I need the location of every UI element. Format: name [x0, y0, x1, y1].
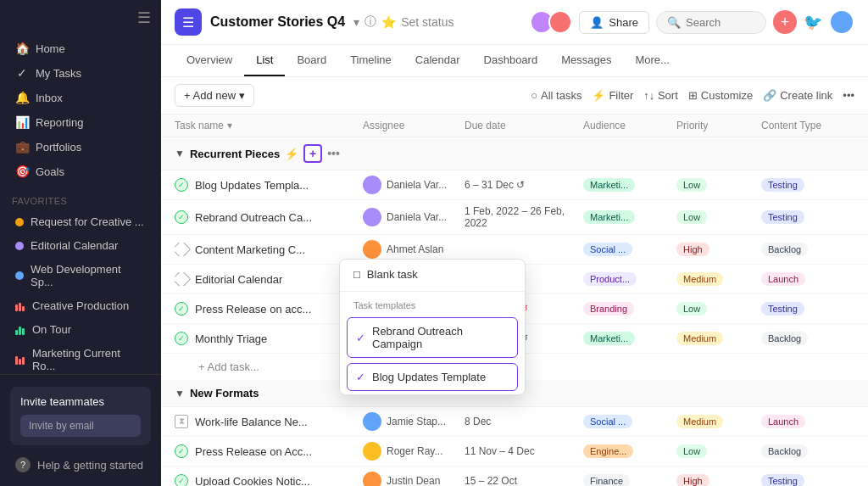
star-icon[interactable]: ⭐	[381, 15, 396, 29]
sidebar: ☰ 🏠 Home ✓ My Tasks 🔔 Inbox 📊 Reporting …	[0, 0, 161, 486]
search-input[interactable]	[686, 16, 754, 29]
invite-box: Invite teammates Invite by email	[10, 387, 151, 445]
check-icon: ✓	[15, 66, 29, 80]
project-title: Customer Stories Q4	[210, 14, 345, 30]
invite-button[interactable]: Invite by email	[20, 415, 141, 437]
task-name: Upload Cookies Notic...	[195, 475, 310, 487]
tab-calendar[interactable]: Calendar	[403, 45, 472, 76]
table-row[interactable]: Blog Updates Templa... Daniela Var... 6 …	[161, 170, 868, 200]
customize-button[interactable]: ⊞ Customize	[688, 89, 753, 102]
sidebar-item-creative[interactable]: Creative Production	[3, 294, 158, 317]
priority-badge: Medium	[676, 332, 723, 345]
assignee-name: Jamie Stap...	[387, 416, 446, 427]
favorites-list: Request for Creative ... Editorial Calen…	[0, 209, 161, 374]
header-icons: ▾ ⓘ ⭐ Set status	[353, 14, 453, 30]
due-date: 15 – 22 Oct	[465, 475, 583, 486]
sort-button[interactable]: ↑↓ Sort	[643, 89, 677, 102]
toolbar-right: ○ All tasks ⚡ Filter ↑↓ Sort ⊞ Customize…	[531, 89, 854, 102]
bar-icon	[15, 325, 25, 335]
bar-icon	[15, 355, 25, 365]
sidebar-item-reporting[interactable]: 📊 Reporting	[3, 110, 158, 134]
section-toggle[interactable]: ▼	[175, 388, 185, 399]
audience-badge: Engine...	[583, 444, 633, 458]
sidebar-bottom: Invite teammates Invite by email ? Help …	[0, 374, 161, 486]
tab-dashboard[interactable]: Dashboard	[472, 45, 550, 76]
filter-button[interactable]: ⚡ Filter	[592, 89, 633, 102]
create-link-button[interactable]: 🔗 Create link	[763, 89, 832, 102]
priority-badge: Low	[676, 302, 707, 316]
sidebar-item-webdev[interactable]: Web Development Sp...	[3, 258, 158, 293]
priority-badge: Low	[676, 210, 707, 224]
add-new-button[interactable]: + Add new ▾	[175, 84, 254, 107]
tab-messages[interactable]: Messages	[549, 45, 623, 76]
sort-icon[interactable]: ▾	[227, 120, 232, 131]
content-badge: Launch	[761, 272, 805, 286]
assignee-name: Roger Ray...	[387, 445, 442, 457]
table-row[interactable]: ⧗ Work-life Balance Ne... Jamie Stap... …	[161, 407, 868, 437]
assignee-name: Justin Dean	[387, 475, 440, 486]
task-checkbox[interactable]	[175, 474, 188, 486]
audience-badge: Branding	[583, 302, 634, 316]
col-assignee: Assignee	[363, 120, 465, 131]
share-button[interactable]: 👤 Share	[579, 11, 649, 34]
task-checkbox[interactable]	[175, 243, 191, 256]
add-button[interactable]: +	[773, 10, 797, 34]
col-contenttype: Content Type	[761, 120, 854, 131]
more-options[interactable]: •••	[843, 89, 854, 102]
user-avatar	[829, 9, 854, 35]
chart-icon: 📊	[15, 115, 29, 129]
due-date: 6 – 31 Dec ↺	[465, 179, 583, 191]
assignee-avatar	[363, 442, 381, 461]
table-row[interactable]: Upload Cookies Notic... Justin Dean 15 –…	[161, 466, 868, 486]
assignee-name: Ahmet Aslan	[387, 243, 443, 255]
priority-badge: Medium	[676, 272, 723, 286]
search-box[interactable]: 🔍	[656, 11, 766, 34]
content-badge: Backlog	[761, 444, 808, 458]
bell-icon: 🔔	[15, 91, 29, 104]
fav-dot	[15, 218, 24, 226]
table-row[interactable]: Press Release on Acc... Roger Ray... 11 …	[161, 437, 868, 466]
assignee-avatar	[363, 240, 381, 259]
tab-overview[interactable]: Overview	[175, 45, 244, 76]
sidebar-item-home[interactable]: 🏠 Home	[3, 36, 158, 60]
sidebar-item-mytasks[interactable]: ✓ My Tasks	[3, 61, 158, 85]
tab-board[interactable]: Board	[285, 45, 338, 76]
section-add-button[interactable]: +	[303, 144, 322, 163]
section-more-icon[interactable]: •••	[327, 147, 340, 160]
tab-timeline[interactable]: Timeline	[338, 45, 403, 76]
sidebar-item-ontour[interactable]: On Tour	[3, 318, 158, 341]
sidebar-item-editorial[interactable]: Editorial Calendar	[3, 234, 158, 257]
task-checkbox[interactable]	[175, 444, 188, 458]
filter-icon: ⚡	[592, 89, 605, 102]
task-checkbox[interactable]	[175, 302, 188, 316]
sidebar-item-portfolios[interactable]: 💼 Portfolios	[3, 135, 158, 159]
blank-icon: □	[353, 268, 360, 281]
section-toggle[interactable]: ▼	[175, 148, 185, 159]
template-blog[interactable]: ✓ Blog Updates Template	[347, 363, 518, 391]
template-rebrand[interactable]: ✓ Rebrand Outreach Campaign	[347, 317, 518, 358]
task-checkbox[interactable]	[175, 178, 188, 192]
sidebar-item-inbox[interactable]: 🔔 Inbox	[3, 86, 158, 109]
set-status[interactable]: Set status	[401, 15, 453, 29]
table-header: Task name ▾ Assignee Due date Audience P…	[161, 115, 868, 137]
favorites-label: Favorites	[0, 187, 161, 209]
collapse-icon[interactable]: ☰	[137, 8, 151, 27]
audience-badge: Product...	[583, 272, 637, 286]
task-checkbox[interactable]	[175, 272, 191, 286]
task-checkbox[interactable]	[175, 332, 188, 345]
sidebar-item-marketing[interactable]: Marketing Current Ro...	[3, 342, 158, 374]
info-icon[interactable]: ⓘ	[364, 14, 376, 30]
sidebar-item-request[interactable]: Request for Creative ...	[3, 210, 158, 233]
sidebar-item-goals[interactable]: 🎯 Goals	[3, 159, 158, 183]
task-checkbox[interactable]: ⧗	[175, 415, 188, 428]
task-checkbox[interactable]	[175, 210, 188, 224]
chevron-down-icon[interactable]: ▾	[353, 15, 359, 29]
blank-task-option[interactable]: □ Blank task	[340, 260, 525, 289]
section-name: Recurrent Pieces	[190, 148, 280, 160]
help-item[interactable]: ? Help & getting started	[3, 450, 158, 479]
avatar-group	[530, 10, 572, 34]
tab-list[interactable]: List	[244, 45, 285, 76]
tab-more[interactable]: More...	[623, 45, 681, 76]
all-tasks-filter[interactable]: ○ All tasks	[531, 89, 581, 102]
table-row[interactable]: Rebrand Outreach Ca... Daniela Var... 1 …	[161, 200, 868, 235]
